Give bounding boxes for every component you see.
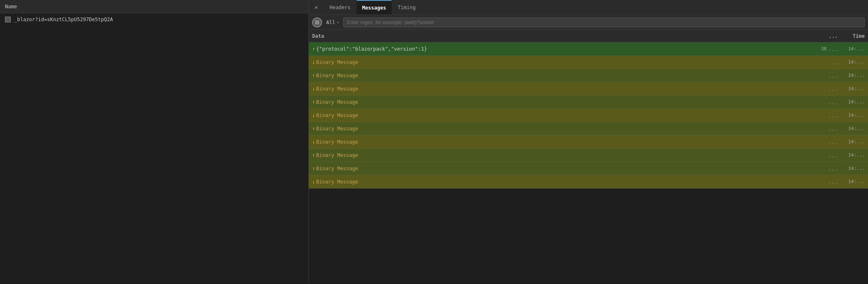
close-icon: ✕ bbox=[315, 4, 318, 10]
name-header-label: Name bbox=[5, 4, 17, 10]
message-data: Binary Message bbox=[316, 126, 827, 132]
tab-timing-label: Timing bbox=[398, 5, 415, 10]
filter-bar: All ▾ bbox=[309, 15, 868, 30]
message-time: 14:... bbox=[840, 86, 865, 91]
message-data: Binary Message bbox=[316, 86, 827, 92]
sent-icon: ↑ bbox=[312, 125, 315, 132]
table-row[interactable]: ↑ Binary Message ... 14:... bbox=[309, 69, 868, 82]
table-header: Data ... Time bbox=[309, 30, 868, 42]
received-icon: ↓ bbox=[312, 59, 315, 65]
message-time: 14:... bbox=[840, 152, 865, 158]
sent-icon: ↑ bbox=[312, 165, 315, 171]
received-icon: ↓ bbox=[312, 139, 315, 145]
name-column-header: Name bbox=[0, 0, 308, 13]
table-row[interactable]: ↑ Binary Message ... 14:... bbox=[309, 149, 868, 162]
messages-table[interactable]: Data ... Time ↑ {"protocol":"blazorpack"… bbox=[309, 30, 868, 284]
message-time: 14:... bbox=[840, 126, 865, 131]
tab-messages[interactable]: Messages bbox=[356, 0, 392, 15]
chevron-down-icon: ▾ bbox=[337, 20, 339, 24]
more-options: ... bbox=[827, 165, 840, 172]
message-data: Binary Message bbox=[316, 113, 827, 118]
left-panel: Name _blazor?id=sKnztCL5pU5297De5tpQ2A bbox=[0, 0, 309, 284]
message-time: 14:... bbox=[840, 166, 865, 171]
message-data: Binary Message bbox=[316, 99, 827, 105]
close-button[interactable]: ✕ bbox=[310, 2, 322, 13]
message-data: Binary Message bbox=[316, 179, 827, 185]
message-data: Binary Message bbox=[316, 166, 827, 171]
message-data: Binary Message bbox=[316, 73, 827, 78]
table-row[interactable]: ↓ Binary Message ... 14:... bbox=[309, 135, 868, 149]
more-options: ... bbox=[827, 99, 840, 105]
more-options: ... bbox=[827, 179, 840, 185]
received-icon: ↓ bbox=[312, 179, 315, 185]
websocket-connection-row[interactable]: _blazor?id=sKnztCL5pU5297De5tpQ2A bbox=[0, 13, 308, 26]
message-time: 14:... bbox=[840, 73, 865, 78]
sent-icon: ↑ bbox=[312, 46, 315, 52]
message-time: 14:... bbox=[840, 99, 865, 105]
tab-bar: ✕ Headers Messages Timing bbox=[309, 0, 868, 15]
more-options: ... bbox=[827, 125, 840, 132]
message-data: Binary Message bbox=[316, 152, 827, 158]
regex-filter-input[interactable] bbox=[343, 17, 865, 27]
message-type-select[interactable]: All ▾ bbox=[325, 19, 341, 26]
time-column-header: Time bbox=[840, 33, 865, 39]
sent-icon: ↑ bbox=[312, 152, 315, 158]
table-row[interactable]: ↑ Binary Message ... 14:... bbox=[309, 95, 868, 109]
table-row[interactable]: ↓ Binary Message ... 14:... bbox=[309, 56, 868, 69]
table-row[interactable]: ↓ Binary Message ... 14:... bbox=[309, 175, 868, 189]
more-options: ... bbox=[827, 112, 840, 119]
block-icon bbox=[315, 20, 319, 24]
connection-url: _blazor?id=sKnztCL5pU5297De5tpQ2A bbox=[14, 17, 113, 22]
more-options: ... bbox=[827, 72, 840, 79]
more-options: ... bbox=[827, 86, 840, 92]
tab-timing[interactable]: Timing bbox=[392, 0, 421, 15]
message-data: Binary Message bbox=[316, 139, 827, 145]
tab-messages-label: Messages bbox=[362, 5, 386, 11]
table-row[interactable]: ↑ Binary Message ... 14:... bbox=[309, 122, 868, 135]
more-options: ... bbox=[827, 59, 840, 66]
message-time: 14:... bbox=[840, 59, 865, 65]
more-options: ... bbox=[827, 46, 840, 52]
message-time: 14:... bbox=[840, 113, 865, 118]
message-size: 38 bbox=[813, 46, 827, 51]
tab-headers[interactable]: Headers bbox=[324, 0, 356, 15]
message-time: 14:... bbox=[840, 179, 865, 184]
sent-icon: ↑ bbox=[312, 72, 315, 78]
block-filter-button[interactable] bbox=[312, 17, 322, 27]
right-panel: ✕ Headers Messages Timing All ▾ Data ...… bbox=[309, 0, 868, 284]
data-column-header: Data bbox=[312, 33, 827, 39]
message-time: 14:... bbox=[840, 139, 865, 144]
sent-icon: ↑ bbox=[312, 99, 315, 105]
dots-column-header: ... bbox=[827, 33, 840, 39]
message-time: 14:... bbox=[840, 46, 865, 51]
received-icon: ↓ bbox=[312, 86, 315, 92]
all-label: All bbox=[326, 20, 335, 25]
tab-headers-label: Headers bbox=[330, 5, 351, 10]
table-row[interactable]: ↑ Binary Message ... 14:... bbox=[309, 162, 868, 175]
table-row[interactable]: ↓ Binary Message ... 14:... bbox=[309, 82, 868, 95]
connection-icon bbox=[5, 17, 11, 22]
table-row[interactable]: ↓ Binary Message ... 14:... bbox=[309, 109, 868, 122]
table-row[interactable]: ↑ {"protocol":"blazorpack","version":1} … bbox=[309, 42, 868, 56]
message-data: Binary Message bbox=[316, 59, 827, 65]
message-data: {"protocol":"blazorpack","version":1} bbox=[316, 46, 813, 52]
more-options: ... bbox=[827, 152, 840, 159]
received-icon: ↓ bbox=[312, 112, 315, 118]
more-options: ... bbox=[827, 139, 840, 145]
